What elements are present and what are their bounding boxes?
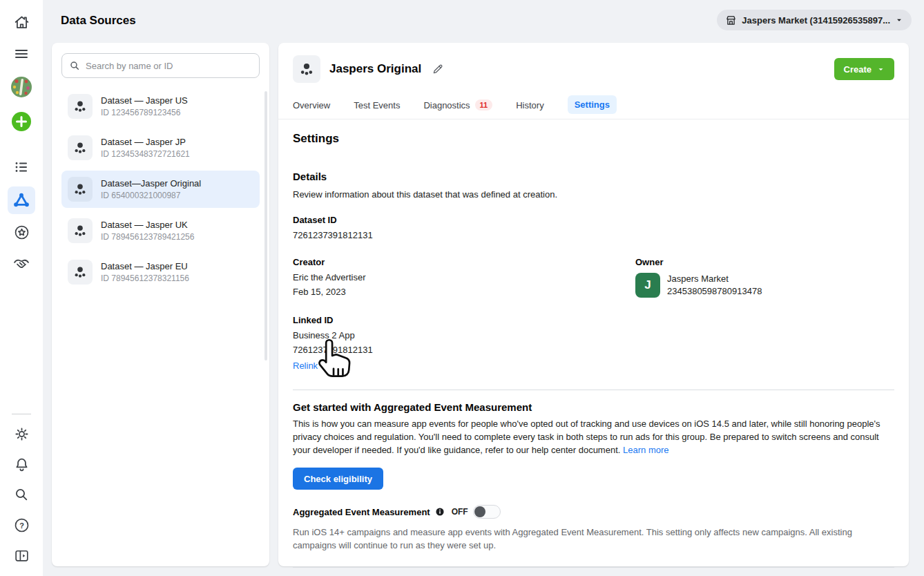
dataset-icon xyxy=(293,55,320,83)
dataset-row-jasper-eu[interactable]: Dataset — Jasper EUID 78945612378321156 xyxy=(61,253,260,291)
search-icon xyxy=(69,60,80,71)
create-plus-icon[interactable] xyxy=(8,108,35,135)
owner-id: 2345380598780913478 xyxy=(667,285,762,298)
dataset-detail-panel: Jaspers Original Create Overview Test Ev… xyxy=(278,43,909,566)
tab-bar: Overview Test Events Diagnostics11 Histo… xyxy=(278,94,909,119)
storefront-icon xyxy=(725,15,737,26)
diagnostics-badge: 11 xyxy=(475,99,493,111)
tab-history[interactable]: History xyxy=(516,95,543,119)
tab-test-events[interactable]: Test Events xyxy=(354,95,400,119)
dataset-id: ID 78945612378321156 xyxy=(101,273,189,283)
aem-toggle-knob xyxy=(474,506,485,517)
dataset-icon xyxy=(68,218,93,243)
collapse-nav-icon[interactable] xyxy=(8,541,35,569)
dataset-id: ID 654000321000987 xyxy=(101,191,201,200)
notifications-bell-icon[interactable] xyxy=(8,450,35,478)
linked-app-name: Business 2 App xyxy=(293,329,894,342)
dataset-row-jasper-jp[interactable]: Dataset — Jasper JPID 12345348372721621 xyxy=(61,129,260,166)
dataset-name: Dataset — Jasper EU xyxy=(101,261,189,271)
check-eligibility-button[interactable]: Check eligibility xyxy=(293,468,383,490)
owner-name: Jaspers Market xyxy=(667,273,762,285)
dataset-id-value: 7261237391812131 xyxy=(293,229,894,242)
dataset-icon xyxy=(68,135,93,160)
tab-diagnostics[interactable]: Diagnostics11 xyxy=(423,94,492,119)
details-description: Review information about this dataset th… xyxy=(293,188,894,201)
svg-text:?: ? xyxy=(19,521,24,529)
creator-name: Eric the Advertiser xyxy=(293,271,635,284)
learn-more-link[interactable]: Learn more xyxy=(623,445,668,455)
dataset-row-jasper-us[interactable]: Dataset — Jasper USID 123456789123456 xyxy=(61,88,260,125)
relink-link[interactable]: Relink xyxy=(293,361,318,371)
dataset-name: Dataset — Jasper UK xyxy=(101,220,194,230)
bottom-divider xyxy=(293,567,894,568)
dataset-id-label: Dataset ID xyxy=(293,215,894,225)
info-icon[interactable] xyxy=(435,507,445,517)
settings-heading: Settings xyxy=(293,132,894,146)
dataset-name: Dataset — Jasper JP xyxy=(101,137,190,147)
settings-gear-icon[interactable] xyxy=(8,420,35,448)
business-selector[interactable]: Jaspers Market (31415926535897... xyxy=(717,10,912,30)
chevron-down-icon xyxy=(895,16,903,24)
search-nav-icon[interactable] xyxy=(8,481,35,508)
aem-toggle[interactable] xyxy=(473,505,501,519)
details-heading: Details xyxy=(293,171,894,182)
campaigns-list-icon[interactable] xyxy=(8,153,35,181)
dataset-id: ID 123456789123456 xyxy=(101,108,188,117)
data-sources-icon[interactable] xyxy=(8,186,35,214)
aem-description: This is how you can measure app events f… xyxy=(293,417,894,457)
aem-toggle-description: Run iOS 14+ campaigns and measure app ev… xyxy=(293,526,894,552)
dataset-list: Dataset — Jasper USID 123456789123456 Da… xyxy=(61,88,260,291)
list-scrollbar[interactable] xyxy=(264,91,267,361)
dataset-id: ID 12345348372721621 xyxy=(101,149,190,159)
help-icon[interactable]: ? xyxy=(8,511,35,539)
dataset-name: Dataset — Jasper US xyxy=(101,95,188,106)
dataset-title: Jaspers Original xyxy=(329,62,421,76)
tab-settings[interactable]: Settings xyxy=(568,95,617,114)
creator-date: Feb 15, 2023 xyxy=(293,285,635,298)
dataset-list-panel: Dataset — Jasper USID 123456789123456 Da… xyxy=(52,43,269,566)
business-avatar[interactable] xyxy=(8,73,35,101)
dataset-icon xyxy=(68,94,93,119)
chevron-down-icon xyxy=(877,66,885,73)
creator-label: Creator xyxy=(293,257,635,267)
partners-handshake-icon[interactable] xyxy=(8,250,35,278)
dataset-row-jasper-original[interactable]: Dataset—Jasper OriginalID 65400032100098… xyxy=(61,171,260,208)
edit-name-icon[interactable] xyxy=(432,63,444,75)
dataset-icon xyxy=(68,177,93,202)
business-selector-label: Jaspers Market (31415926535897... xyxy=(742,15,890,26)
create-button[interactable]: Create xyxy=(834,58,894,80)
menu-icon[interactable] xyxy=(8,40,35,68)
linked-id-label: Linked ID xyxy=(293,315,894,325)
tab-overview[interactable]: Overview xyxy=(293,95,330,119)
dataset-name: Dataset—Jasper Original xyxy=(101,178,201,189)
page-title: Data Sources xyxy=(61,14,136,28)
aem-heading: Get started with Aggregated Event Measur… xyxy=(293,401,894,413)
aem-toggle-state: OFF xyxy=(452,507,468,517)
dataset-row-jasper-uk[interactable]: Dataset — Jasper UKID 789456123789421256 xyxy=(61,212,260,249)
section-divider xyxy=(293,390,894,390)
linked-id-value: 7261237391812131 xyxy=(293,343,894,356)
owner-label: Owner xyxy=(635,257,762,267)
dataset-icon xyxy=(68,260,93,285)
left-nav-rail: ? xyxy=(0,0,43,576)
home-icon[interactable] xyxy=(8,8,35,36)
owner-avatar: J xyxy=(635,273,660,298)
rail-divider xyxy=(12,414,31,414)
aem-toggle-label: Aggregated Event Measurement xyxy=(293,507,430,517)
dataset-search[interactable] xyxy=(61,53,260,78)
search-input[interactable] xyxy=(86,61,252,71)
star-badge-icon[interactable] xyxy=(8,218,35,246)
dataset-id: ID 789456123789421256 xyxy=(101,232,194,242)
